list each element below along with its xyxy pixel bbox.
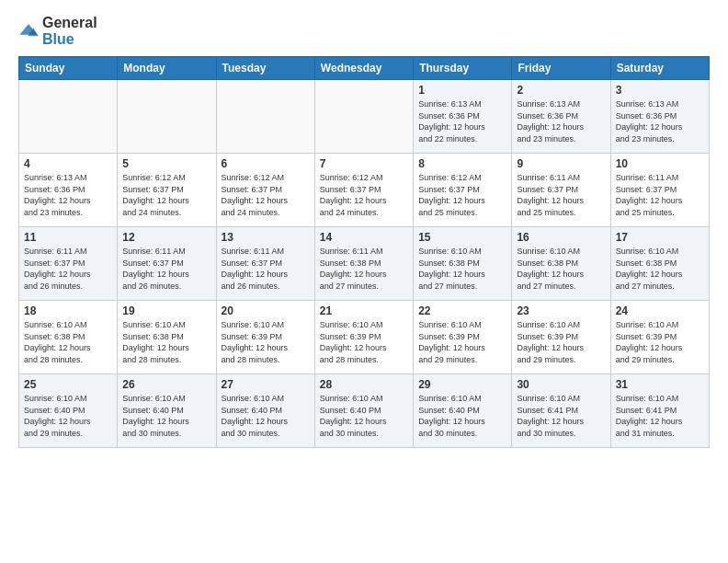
header: General Blue [18, 15, 710, 47]
page: General Blue SundayMondayTuesdayWednesda… [0, 0, 728, 563]
day-info: Sunrise: 6:11 AM Sunset: 6:37 PM Dayligh… [517, 172, 605, 218]
weekday-header-tuesday: Tuesday [216, 57, 314, 80]
day-number: 4 [24, 157, 112, 170]
calendar-table: SundayMondayTuesdayWednesdayThursdayFrid… [18, 56, 710, 448]
calendar-week-row: 25Sunrise: 6:10 AM Sunset: 6:40 PM Dayli… [19, 374, 710, 448]
day-info: Sunrise: 6:10 AM Sunset: 6:38 PM Dayligh… [418, 246, 506, 292]
day-number: 31 [616, 378, 704, 391]
day-info: Sunrise: 6:11 AM Sunset: 6:37 PM Dayligh… [616, 172, 704, 218]
calendar-cell: 19Sunrise: 6:10 AM Sunset: 6:38 PM Dayli… [118, 301, 216, 374]
weekday-header-wednesday: Wednesday [314, 57, 413, 80]
calendar-cell: 23Sunrise: 6:10 AM Sunset: 6:39 PM Dayli… [512, 301, 610, 374]
day-info: Sunrise: 6:13 AM Sunset: 6:36 PM Dayligh… [24, 172, 112, 218]
day-info: Sunrise: 6:10 AM Sunset: 6:41 PM Dayligh… [517, 393, 605, 439]
day-number: 21 [320, 304, 408, 317]
calendar-cell [19, 80, 118, 154]
day-number: 16 [517, 231, 605, 244]
calendar-cell: 31Sunrise: 6:10 AM Sunset: 6:41 PM Dayli… [610, 374, 709, 448]
calendar-cell: 15Sunrise: 6:10 AM Sunset: 6:38 PM Dayli… [414, 227, 512, 301]
day-info: Sunrise: 6:10 AM Sunset: 6:38 PM Dayligh… [122, 319, 210, 365]
calendar-cell: 3Sunrise: 6:13 AM Sunset: 6:36 PM Daylig… [610, 80, 709, 154]
day-info: Sunrise: 6:10 AM Sunset: 6:40 PM Dayligh… [418, 393, 506, 439]
calendar-cell: 7Sunrise: 6:12 AM Sunset: 6:37 PM Daylig… [314, 154, 413, 227]
calendar-cell: 21Sunrise: 6:10 AM Sunset: 6:39 PM Dayli… [314, 301, 413, 374]
calendar-cell [216, 80, 314, 154]
calendar-cell: 28Sunrise: 6:10 AM Sunset: 6:40 PM Dayli… [314, 374, 413, 448]
day-number: 24 [616, 304, 704, 317]
day-number: 28 [320, 378, 408, 391]
calendar-cell: 13Sunrise: 6:11 AM Sunset: 6:37 PM Dayli… [216, 227, 314, 301]
calendar-week-row: 18Sunrise: 6:10 AM Sunset: 6:38 PM Dayli… [19, 301, 710, 374]
day-number: 12 [122, 231, 210, 244]
day-info: Sunrise: 6:12 AM Sunset: 6:37 PM Dayligh… [222, 172, 310, 218]
calendar-cell: 29Sunrise: 6:10 AM Sunset: 6:40 PM Dayli… [414, 374, 512, 448]
day-number: 26 [122, 378, 210, 391]
calendar-cell: 11Sunrise: 6:11 AM Sunset: 6:37 PM Dayli… [19, 227, 118, 301]
day-info: Sunrise: 6:13 AM Sunset: 6:36 PM Dayligh… [418, 98, 506, 144]
weekday-header-row: SundayMondayTuesdayWednesdayThursdayFrid… [19, 57, 710, 80]
calendar-cell: 14Sunrise: 6:11 AM Sunset: 6:38 PM Dayli… [314, 227, 413, 301]
calendar-cell: 24Sunrise: 6:10 AM Sunset: 6:39 PM Dayli… [610, 301, 709, 374]
calendar-cell: 25Sunrise: 6:10 AM Sunset: 6:40 PM Dayli… [19, 374, 118, 448]
calendar-cell: 27Sunrise: 6:10 AM Sunset: 6:40 PM Dayli… [216, 374, 314, 448]
calendar-cell: 4Sunrise: 6:13 AM Sunset: 6:36 PM Daylig… [19, 154, 118, 227]
day-info: Sunrise: 6:10 AM Sunset: 6:38 PM Dayligh… [616, 246, 704, 292]
day-info: Sunrise: 6:10 AM Sunset: 6:38 PM Dayligh… [24, 319, 112, 365]
day-info: Sunrise: 6:11 AM Sunset: 6:37 PM Dayligh… [222, 246, 310, 292]
day-number: 11 [24, 231, 112, 244]
day-number: 14 [320, 231, 408, 244]
day-info: Sunrise: 6:12 AM Sunset: 6:37 PM Dayligh… [418, 172, 506, 218]
day-info: Sunrise: 6:12 AM Sunset: 6:37 PM Dayligh… [122, 172, 210, 218]
day-number: 29 [418, 378, 506, 391]
day-number: 23 [517, 304, 605, 317]
day-number: 19 [122, 304, 210, 317]
day-info: Sunrise: 6:10 AM Sunset: 6:39 PM Dayligh… [320, 319, 408, 365]
day-info: Sunrise: 6:10 AM Sunset: 6:39 PM Dayligh… [517, 319, 605, 365]
day-info: Sunrise: 6:13 AM Sunset: 6:36 PM Dayligh… [517, 98, 605, 144]
calendar-week-row: 11Sunrise: 6:11 AM Sunset: 6:37 PM Dayli… [19, 227, 710, 301]
logo-icon [18, 21, 39, 41]
calendar-cell: 9Sunrise: 6:11 AM Sunset: 6:37 PM Daylig… [512, 154, 610, 227]
day-number: 13 [222, 231, 310, 244]
day-info: Sunrise: 6:10 AM Sunset: 6:41 PM Dayligh… [616, 393, 704, 439]
calendar-cell: 1Sunrise: 6:13 AM Sunset: 6:36 PM Daylig… [414, 80, 512, 154]
day-number: 20 [222, 304, 310, 317]
day-number: 18 [24, 304, 112, 317]
day-number: 27 [222, 378, 310, 391]
day-number: 9 [517, 157, 605, 170]
day-number: 1 [418, 84, 506, 97]
calendar-cell: 12Sunrise: 6:11 AM Sunset: 6:37 PM Dayli… [118, 227, 216, 301]
calendar-cell: 5Sunrise: 6:12 AM Sunset: 6:37 PM Daylig… [118, 154, 216, 227]
day-number: 7 [320, 157, 408, 170]
weekday-header-friday: Friday [512, 57, 610, 80]
day-number: 15 [418, 231, 506, 244]
calendar-cell: 10Sunrise: 6:11 AM Sunset: 6:37 PM Dayli… [610, 154, 709, 227]
weekday-header-thursday: Thursday [414, 57, 512, 80]
calendar-cell: 8Sunrise: 6:12 AM Sunset: 6:37 PM Daylig… [414, 154, 512, 227]
day-info: Sunrise: 6:10 AM Sunset: 6:40 PM Dayligh… [222, 393, 310, 439]
day-info: Sunrise: 6:10 AM Sunset: 6:39 PM Dayligh… [222, 319, 310, 365]
calendar-cell: 30Sunrise: 6:10 AM Sunset: 6:41 PM Dayli… [512, 374, 610, 448]
day-number: 3 [616, 84, 704, 97]
day-number: 5 [122, 157, 210, 170]
day-info: Sunrise: 6:10 AM Sunset: 6:39 PM Dayligh… [616, 319, 704, 365]
calendar-week-row: 1Sunrise: 6:13 AM Sunset: 6:36 PM Daylig… [19, 80, 710, 154]
calendar-week-row: 4Sunrise: 6:13 AM Sunset: 6:36 PM Daylig… [19, 154, 710, 227]
day-info: Sunrise: 6:12 AM Sunset: 6:37 PM Dayligh… [320, 172, 408, 218]
logo-line1: General [42, 15, 97, 31]
calendar-cell: 17Sunrise: 6:10 AM Sunset: 6:38 PM Dayli… [610, 227, 709, 301]
calendar-cell: 26Sunrise: 6:10 AM Sunset: 6:40 PM Dayli… [118, 374, 216, 448]
day-info: Sunrise: 6:10 AM Sunset: 6:40 PM Dayligh… [122, 393, 210, 439]
day-number: 8 [418, 157, 506, 170]
day-info: Sunrise: 6:10 AM Sunset: 6:40 PM Dayligh… [24, 393, 112, 439]
logo: General Blue [18, 15, 97, 47]
day-info: Sunrise: 6:13 AM Sunset: 6:36 PM Dayligh… [616, 98, 704, 144]
day-number: 6 [222, 157, 310, 170]
calendar-cell: 20Sunrise: 6:10 AM Sunset: 6:39 PM Dayli… [216, 301, 314, 374]
day-number: 30 [517, 378, 605, 391]
calendar-cell: 2Sunrise: 6:13 AM Sunset: 6:36 PM Daylig… [512, 80, 610, 154]
day-info: Sunrise: 6:11 AM Sunset: 6:38 PM Dayligh… [320, 246, 408, 292]
day-number: 2 [517, 84, 605, 97]
weekday-header-saturday: Saturday [610, 57, 709, 80]
day-info: Sunrise: 6:11 AM Sunset: 6:37 PM Dayligh… [24, 246, 112, 292]
